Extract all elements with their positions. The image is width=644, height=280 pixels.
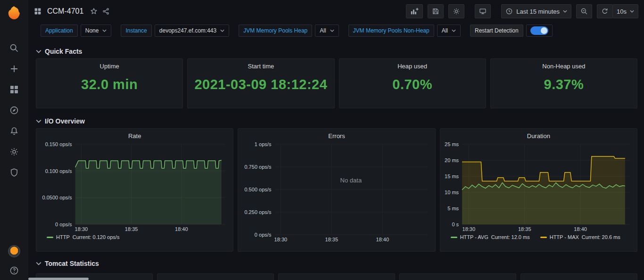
legend-label: HTTP - AVG <box>460 234 488 240</box>
row-title: Tomcat Statistics <box>45 260 99 267</box>
grafana-logo-icon[interactable] <box>6 5 22 21</box>
dashboard-title[interactable]: CCM-4701 <box>47 7 83 16</box>
errors-chart[interactable]: 1 ops/s0.750 ops/s0.500 ops/s0.250 ops/s… <box>242 140 431 243</box>
refresh-button[interactable] <box>597 4 613 18</box>
monitor-icon <box>479 8 487 15</box>
filter-value: devops247.ef.com:443 <box>159 27 216 34</box>
configuration-gear-icon[interactable] <box>9 147 19 156</box>
legend-label: HTTP <box>56 234 70 240</box>
clock-icon <box>505 8 513 15</box>
svg-text:1 ops/s: 1 ops/s <box>255 141 272 147</box>
svg-text:0.500 ops/s: 0.500 ops/s <box>245 187 272 192</box>
chevron-down-icon <box>36 262 41 265</box>
refresh-picker: 10s <box>597 4 638 18</box>
svg-text:0 ops/s: 0 ops/s <box>255 232 272 238</box>
chevron-down-icon <box>102 29 107 32</box>
panel-title[interactable]: Heap used <box>397 59 427 70</box>
filter-label: JVM Memory Pools Heap <box>239 25 312 37</box>
dashboard-navbar: CCM-4701 Last 15 minutes <box>28 0 644 23</box>
quick-facts-row: Uptime 32.0 min Start time 2021-03-09 18… <box>36 58 637 108</box>
horizontal-scrollbar-thumb[interactable] <box>28 278 89 280</box>
create-plus-icon[interactable] <box>9 64 19 74</box>
legend-swatch <box>540 237 547 238</box>
main-area: CCM-4701 Last 15 minutes <box>28 0 644 280</box>
panel-title[interactable]: Uptime <box>100 59 119 70</box>
legend-swatch <box>451 237 457 238</box>
legend-label: HTTP - MAX <box>550 234 579 240</box>
filter-value-dropdown[interactable]: None <box>81 25 112 37</box>
time-range-picker[interactable]: Last 15 minutes <box>501 4 571 18</box>
stat-panel-heap-used: Heap used 0.70% <box>339 58 486 108</box>
dashboard-settings-button[interactable] <box>448 4 464 18</box>
star-icon[interactable] <box>90 8 98 15</box>
svg-text:18:35: 18:35 <box>325 237 339 242</box>
panel-title[interactable]: Duration <box>444 129 633 140</box>
filter-value: None <box>85 27 99 34</box>
chevron-down-icon <box>36 49 41 53</box>
svg-text:0.750 ops/s: 0.750 ops/s <box>245 164 272 170</box>
filter-instance: Instance devops247.ef.com:443 <box>121 25 229 37</box>
duration-legend: HTTP - AVG Current: 12.0 ms HTTP - MAX C… <box>444 233 633 243</box>
svg-text:10 ms: 10 ms <box>445 189 459 195</box>
row-header-quick-facts[interactable]: Quick Facts <box>36 46 637 57</box>
panel-title[interactable]: Errors <box>242 129 431 140</box>
chevron-down-icon <box>630 10 634 13</box>
svg-text:18:40: 18:40 <box>175 226 188 232</box>
legend-item[interactable]: HTTP - AVG Current: 12.0 ms <box>451 234 530 240</box>
row-title: I/O Overview <box>45 117 85 125</box>
restart-detection-group: Restart Detection <box>470 25 553 37</box>
filter-application: Application None <box>41 25 111 37</box>
filter-value-dropdown[interactable]: devops247.ef.com:443 <box>155 25 229 37</box>
panel-title[interactable]: Start time <box>248 59 274 70</box>
filter-jvm-heap: JVM Memory Pools Heap All <box>239 25 339 37</box>
rate-legend: HTTP Current: 0.120 ops/s <box>40 233 229 243</box>
legend-item[interactable]: HTTP Current: 0.120 ops/s <box>47 234 119 240</box>
save-dashboard-button[interactable] <box>428 4 444 18</box>
help-icon[interactable] <box>9 266 19 275</box>
chevron-down-icon <box>330 29 334 32</box>
chevron-down-icon <box>563 10 567 13</box>
share-icon[interactable] <box>102 8 110 15</box>
legend-value: Current: 12.0 ms <box>491 234 530 240</box>
io-overview-row: Rate 0.150 ops/s0.100 ops/s0.0500 ops/s0… <box>36 128 637 252</box>
filter-value: All <box>442 27 448 34</box>
svg-text:18:30: 18:30 <box>462 226 475 232</box>
restart-detection-toggle[interactable] <box>530 26 548 35</box>
stat-value: 32.0 min <box>81 77 138 92</box>
stat-panel-uptime: Uptime 32.0 min <box>36 58 183 108</box>
dashboard-content: Quick Facts Uptime 32.0 min Start time 2… <box>28 46 644 280</box>
filter-label: Application <box>41 25 78 37</box>
svg-text:15 ms: 15 ms <box>445 173 459 179</box>
filter-label: JVM Memory Pools Non-Heap <box>348 25 434 37</box>
panel-title[interactable]: Rate <box>40 129 229 140</box>
panel-title[interactable]: Non-Heap used <box>542 59 585 70</box>
stat-panel-start-time: Start time 2021-03-09 18:12:24 <box>187 58 334 108</box>
svg-text:18:30: 18:30 <box>274 237 288 242</box>
refresh-interval-dropdown[interactable]: 10s <box>612 4 638 18</box>
filter-jvm-nonheap: JVM Memory Pools Non-Heap All <box>348 25 461 37</box>
chart-panel-rate: Rate 0.150 ops/s0.100 ops/s0.0500 ops/s0… <box>36 128 233 252</box>
cycle-view-mode-button[interactable] <box>475 4 491 18</box>
search-icon[interactable] <box>9 43 19 53</box>
row-header-io-overview[interactable]: I/O Overview <box>36 116 637 126</box>
svg-text:5 ms: 5 ms <box>447 206 459 211</box>
server-admin-shield-icon[interactable] <box>9 168 19 177</box>
partial-panel <box>399 273 516 280</box>
alerting-bell-icon[interactable] <box>9 126 19 136</box>
dashboards-icon[interactable] <box>9 85 19 94</box>
user-avatar[interactable] <box>8 245 20 257</box>
apps-grid-icon[interactable] <box>34 8 41 15</box>
filter-value-dropdown[interactable]: All <box>437 25 461 37</box>
chevron-down-icon <box>452 29 456 32</box>
add-panel-button[interactable] <box>406 4 423 18</box>
legend-item[interactable]: HTTP - MAX Current: 20.6 ms <box>540 234 620 240</box>
legend-value: Current: 0.120 ops/s <box>73 234 120 240</box>
duration-chart[interactable]: 25 ms20 ms15 ms10 ms5 ms0 s18:3018:3518:… <box>444 140 633 233</box>
zoom-out-button[interactable] <box>576 4 592 18</box>
filter-value-dropdown[interactable]: All <box>315 25 339 37</box>
rate-chart[interactable]: 0.150 ops/s0.100 ops/s0.0500 ops/s0 ops/… <box>40 140 229 233</box>
explore-compass-icon[interactable] <box>9 106 19 115</box>
row-header-tomcat[interactable]: Tomcat Statistics <box>36 258 637 269</box>
svg-text:18:30: 18:30 <box>75 226 88 232</box>
template-variables-row: Application None Instance devops247.ef.c… <box>28 23 644 42</box>
